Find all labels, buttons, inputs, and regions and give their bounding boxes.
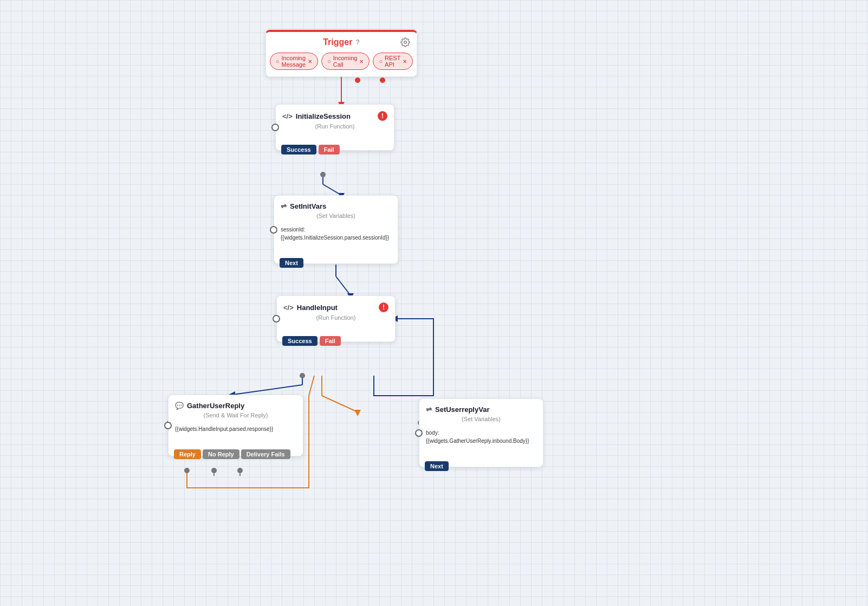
node-vars: {{widgets.HandleInput.parsed.response}} — [169, 423, 303, 439]
svg-point-19 — [184, 468, 190, 473]
node-header: 💬 GatherUserReply — [169, 395, 303, 412]
node-header: ⇌ SetUserreplyVar — [419, 399, 543, 416]
svg-marker-18 — [354, 410, 361, 416]
node-title-text: GatherUserReply — [187, 402, 244, 410]
node-subtitle: (Set Variables) — [419, 416, 543, 427]
node-subtitle: (Set Variables) — [274, 212, 398, 223]
flow-canvas: Trigger ? ○Incoming Message✕ ○Incoming C… — [0, 0, 868, 606]
svg-point-3 — [380, 78, 385, 83]
node-title-text: HandleInput — [297, 304, 338, 312]
trigger-title-text: Trigger — [323, 37, 352, 47]
node-title-text: SetInitVars — [290, 202, 326, 210]
node-subtitle: (Run Function) — [277, 314, 395, 325]
svg-point-5 — [320, 172, 326, 177]
node-subtitle: (Send & Wait For Reply) — [169, 412, 303, 423]
code-icon: </> — [282, 112, 293, 120]
left-connector — [415, 429, 423, 437]
trigger-pills: ○Incoming Message✕ ○Incoming Call✕ ○REST… — [266, 50, 417, 76]
trigger-node: Trigger ? ○Incoming Message✕ ○Incoming C… — [265, 30, 417, 77]
delivery-fails-button[interactable]: Delivery Fails — [241, 449, 290, 459]
chat-icon: 💬 — [175, 402, 184, 410]
warning-icon: ! — [379, 302, 388, 312]
success-button[interactable]: Success — [282, 336, 318, 346]
node-header: </> InitializeSession ! — [276, 105, 394, 123]
variables-icon: ⇌ — [426, 405, 432, 414]
pill-incoming-call[interactable]: ○Incoming Call✕ — [321, 53, 370, 70]
reply-button[interactable]: Reply — [174, 449, 201, 459]
node-vars: body: {{widgets.GatherUserReply.inbound.… — [419, 427, 543, 450]
next-button[interactable]: Next — [425, 461, 449, 471]
no-reply-button[interactable]: No Reply — [203, 449, 239, 459]
gear-icon[interactable] — [400, 37, 410, 47]
node-title: </> HandleInput — [283, 304, 338, 312]
node-title-text: InitializeSession — [296, 112, 351, 120]
status-buttons: Success Fail — [282, 336, 341, 351]
node-title: </> InitializeSession — [282, 112, 351, 120]
svg-point-21 — [211, 468, 217, 473]
status-buttons: Next — [425, 461, 449, 476]
left-connector — [164, 422, 172, 429]
help-icon[interactable]: ? — [355, 38, 359, 46]
left-connector — [271, 124, 279, 131]
fail-button[interactable]: Fail — [319, 145, 340, 154]
warning-icon: ! — [378, 111, 387, 121]
status-buttons: Next — [280, 258, 303, 273]
node-header: </> HandleInput ! — [277, 296, 395, 314]
pill-rest-api[interactable]: ○REST API✕ — [373, 53, 413, 70]
handle-input-node: </> HandleInput ! (Run Function) Success… — [276, 295, 396, 342]
variables-icon: ⇌ — [281, 202, 287, 210]
left-connector — [270, 226, 277, 234]
trigger-title: Trigger ? — [266, 32, 417, 50]
status-buttons: Success Fail — [281, 145, 340, 160]
gather-user-reply-node: 💬 GatherUserReply (Send & Wait For Reply… — [168, 395, 303, 456]
node-title-text: SetUserreplyVar — [435, 405, 489, 414]
svg-line-9 — [336, 276, 351, 295]
svg-line-17 — [322, 396, 358, 412]
svg-line-6 — [323, 184, 341, 195]
code-icon: </> — [283, 304, 294, 312]
svg-point-23 — [237, 468, 243, 473]
left-connector — [273, 315, 280, 323]
set-userreply-var-node: ⇌ SetUserreplyVar (Set Variables) body: … — [419, 398, 543, 467]
fail-button[interactable]: Fail — [320, 336, 341, 346]
svg-point-2 — [355, 78, 360, 83]
status-buttons: Reply No Reply Delivery Fails — [174, 449, 290, 465]
node-title: ⇌ SetInitVars — [281, 202, 326, 210]
node-header: ⇌ SetInitVars — [274, 196, 398, 212]
svg-point-13 — [300, 373, 305, 378]
svg-point-27 — [404, 41, 407, 44]
svg-line-14 — [233, 385, 302, 395]
node-title: ⇌ SetUserreplyVar — [426, 405, 489, 414]
success-button[interactable]: Success — [281, 145, 316, 154]
connections-layer — [0, 0, 868, 606]
set-init-vars-node: ⇌ SetInitVars (Set Variables) sessionId:… — [274, 195, 398, 264]
pill-incoming-message[interactable]: ○Incoming Message✕ — [270, 53, 318, 70]
initialize-session-node: </> InitializeSession ! (Run Function) S… — [275, 104, 394, 151]
node-vars: sessionId: {{widgets.InitializeSession.p… — [274, 223, 398, 247]
next-button[interactable]: Next — [280, 258, 303, 268]
node-title: 💬 GatherUserReply — [175, 402, 244, 410]
node-subtitle: (Run Function) — [276, 123, 394, 134]
